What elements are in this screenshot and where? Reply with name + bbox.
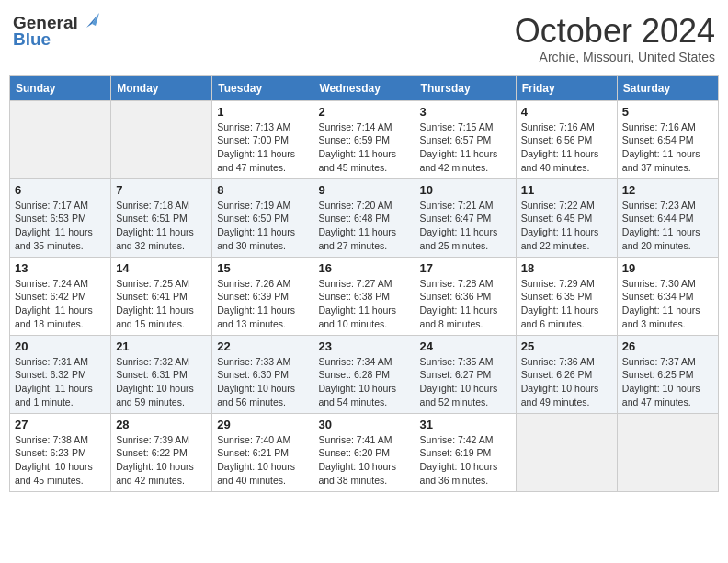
table-row — [516, 413, 617, 491]
day-number: 20 — [15, 339, 106, 353]
col-saturday: Saturday — [617, 75, 718, 100]
table-row: 27Sunrise: 7:38 AMSunset: 6:23 PMDayligh… — [10, 413, 111, 491]
table-row: 13Sunrise: 7:24 AMSunset: 6:42 PMDayligh… — [10, 257, 111, 335]
day-info: Sunrise: 7:33 AMSunset: 6:30 PMDaylight:… — [217, 355, 308, 409]
day-info: Sunrise: 7:21 AMSunset: 6:47 PMDaylight:… — [420, 199, 511, 253]
calendar-week-row: 1Sunrise: 7:13 AMSunset: 7:00 PMDaylight… — [10, 100, 719, 178]
day-info: Sunrise: 7:40 AMSunset: 6:21 PMDaylight:… — [217, 433, 308, 488]
table-row: 28Sunrise: 7:39 AMSunset: 6:22 PMDayligh… — [111, 413, 212, 491]
table-row: 7Sunrise: 7:18 AMSunset: 6:51 PMDaylight… — [111, 178, 212, 257]
svg-marker-0 — [86, 13, 99, 28]
day-number: 15 — [217, 261, 308, 275]
day-info: Sunrise: 7:13 AMSunset: 7:00 PMDaylight:… — [217, 121, 308, 175]
table-row: 16Sunrise: 7:27 AMSunset: 6:38 PMDayligh… — [313, 257, 415, 335]
day-number: 6 — [15, 183, 106, 197]
table-row: 26Sunrise: 7:37 AMSunset: 6:25 PMDayligh… — [617, 335, 718, 413]
day-info: Sunrise: 7:19 AMSunset: 6:50 PMDaylight:… — [217, 199, 308, 253]
calendar-table: Sunday Monday Tuesday Wednesday Thursday… — [9, 75, 719, 492]
table-row — [10, 100, 111, 178]
page-header: General Blue October 2024 Archie, Missou… — [9, 9, 719, 68]
day-info: Sunrise: 7:27 AMSunset: 6:38 PMDaylight:… — [318, 277, 409, 331]
day-info: Sunrise: 7:41 AMSunset: 6:20 PMDaylight:… — [318, 433, 409, 488]
day-info: Sunrise: 7:16 AMSunset: 6:54 PMDaylight:… — [622, 121, 713, 175]
day-number: 27 — [15, 418, 106, 431]
day-number: 11 — [521, 183, 612, 197]
day-number: 25 — [521, 339, 612, 353]
day-info: Sunrise: 7:14 AMSunset: 6:59 PMDaylight:… — [318, 121, 409, 175]
day-number: 23 — [318, 339, 409, 353]
table-row: 11Sunrise: 7:22 AMSunset: 6:45 PMDayligh… — [516, 178, 617, 257]
table-row: 10Sunrise: 7:21 AMSunset: 6:47 PMDayligh… — [415, 178, 516, 257]
table-row: 30Sunrise: 7:41 AMSunset: 6:20 PMDayligh… — [313, 413, 415, 491]
table-row: 14Sunrise: 7:25 AMSunset: 6:41 PMDayligh… — [111, 257, 212, 335]
day-number: 10 — [420, 183, 511, 197]
col-wednesday: Wednesday — [313, 75, 415, 100]
table-row: 29Sunrise: 7:40 AMSunset: 6:21 PMDayligh… — [212, 413, 313, 491]
day-number: 28 — [116, 418, 207, 431]
day-number: 18 — [521, 261, 612, 275]
table-row: 20Sunrise: 7:31 AMSunset: 6:32 PMDayligh… — [10, 335, 111, 413]
day-number: 30 — [318, 418, 409, 431]
day-number: 22 — [217, 339, 308, 353]
table-row: 5Sunrise: 7:16 AMSunset: 6:54 PMDaylight… — [617, 100, 718, 178]
col-monday: Monday — [111, 75, 212, 100]
table-row: 17Sunrise: 7:28 AMSunset: 6:36 PMDayligh… — [415, 257, 516, 335]
day-info: Sunrise: 7:20 AMSunset: 6:48 PMDaylight:… — [318, 199, 409, 253]
table-row: 18Sunrise: 7:29 AMSunset: 6:35 PMDayligh… — [516, 257, 617, 335]
day-info: Sunrise: 7:32 AMSunset: 6:31 PMDaylight:… — [116, 355, 207, 409]
table-row: 31Sunrise: 7:42 AMSunset: 6:19 PMDayligh… — [415, 413, 516, 491]
calendar-week-row: 13Sunrise: 7:24 AMSunset: 6:42 PMDayligh… — [10, 257, 719, 335]
day-number: 4 — [521, 105, 612, 119]
day-number: 1 — [217, 105, 308, 119]
day-info: Sunrise: 7:31 AMSunset: 6:32 PMDaylight:… — [15, 355, 106, 409]
table-row — [111, 100, 212, 178]
day-number: 7 — [116, 183, 207, 197]
logo: General Blue — [13, 13, 99, 50]
day-number: 26 — [622, 339, 713, 353]
table-row: 9Sunrise: 7:20 AMSunset: 6:48 PMDaylight… — [313, 178, 415, 257]
day-number: 3 — [420, 105, 511, 119]
table-row: 8Sunrise: 7:19 AMSunset: 6:50 PMDaylight… — [212, 178, 313, 257]
day-number: 29 — [217, 418, 308, 431]
day-info: Sunrise: 7:23 AMSunset: 6:44 PMDaylight:… — [622, 199, 713, 253]
day-info: Sunrise: 7:37 AMSunset: 6:25 PMDaylight:… — [622, 355, 713, 409]
day-number: 12 — [622, 183, 713, 197]
calendar-week-row: 27Sunrise: 7:38 AMSunset: 6:23 PMDayligh… — [10, 413, 719, 491]
day-number: 19 — [622, 261, 713, 275]
table-row: 19Sunrise: 7:30 AMSunset: 6:34 PMDayligh… — [617, 257, 718, 335]
table-row: 12Sunrise: 7:23 AMSunset: 6:44 PMDayligh… — [617, 178, 718, 257]
svg-marker-1 — [92, 13, 99, 26]
day-info: Sunrise: 7:42 AMSunset: 6:19 PMDaylight:… — [420, 433, 511, 488]
day-number: 31 — [420, 418, 511, 431]
day-info: Sunrise: 7:22 AMSunset: 6:45 PMDaylight:… — [521, 199, 612, 253]
day-info: Sunrise: 7:15 AMSunset: 6:57 PMDaylight:… — [420, 121, 511, 175]
day-info: Sunrise: 7:18 AMSunset: 6:51 PMDaylight:… — [116, 199, 207, 253]
col-friday: Friday — [516, 75, 617, 100]
day-number: 14 — [116, 261, 207, 275]
table-row: 1Sunrise: 7:13 AMSunset: 7:00 PMDaylight… — [212, 100, 313, 178]
day-number: 13 — [15, 261, 106, 275]
day-number: 8 — [217, 183, 308, 197]
day-number: 9 — [318, 183, 409, 197]
day-info: Sunrise: 7:16 AMSunset: 6:56 PMDaylight:… — [521, 121, 612, 175]
month-title: October 2024 — [515, 13, 715, 50]
day-number: 24 — [420, 339, 511, 353]
col-tuesday: Tuesday — [212, 75, 313, 100]
table-row: 22Sunrise: 7:33 AMSunset: 6:30 PMDayligh… — [212, 335, 313, 413]
day-info: Sunrise: 7:17 AMSunset: 6:53 PMDaylight:… — [15, 199, 106, 253]
day-info: Sunrise: 7:25 AMSunset: 6:41 PMDaylight:… — [116, 277, 207, 331]
table-row — [617, 413, 718, 491]
day-number: 21 — [116, 339, 207, 353]
location: Archie, Missouri, United States — [515, 50, 715, 64]
day-info: Sunrise: 7:29 AMSunset: 6:35 PMDaylight:… — [521, 277, 612, 331]
table-row: 3Sunrise: 7:15 AMSunset: 6:57 PMDaylight… — [415, 100, 516, 178]
table-row: 21Sunrise: 7:32 AMSunset: 6:31 PMDayligh… — [111, 335, 212, 413]
day-info: Sunrise: 7:34 AMSunset: 6:28 PMDaylight:… — [318, 355, 409, 409]
table-row: 6Sunrise: 7:17 AMSunset: 6:53 PMDaylight… — [10, 178, 111, 257]
table-row: 2Sunrise: 7:14 AMSunset: 6:59 PMDaylight… — [313, 100, 415, 178]
logo-blue-text: Blue — [13, 29, 51, 50]
day-number: 17 — [420, 261, 511, 275]
day-number: 2 — [318, 105, 409, 119]
table-row: 4Sunrise: 7:16 AMSunset: 6:56 PMDaylight… — [516, 100, 617, 178]
table-row: 25Sunrise: 7:36 AMSunset: 6:26 PMDayligh… — [516, 335, 617, 413]
